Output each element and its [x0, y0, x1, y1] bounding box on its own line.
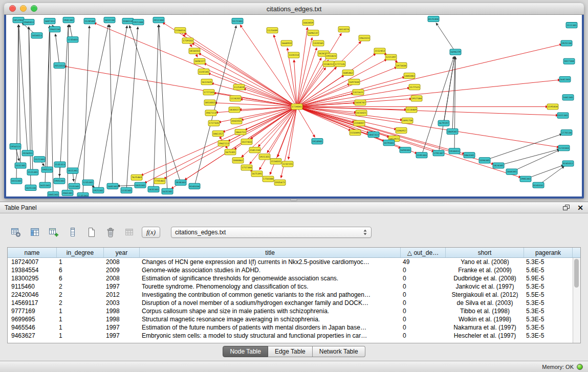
graph-node[interactable]: 1863711	[235, 129, 246, 135]
graph-node[interactable]: 1852902	[13, 17, 24, 23]
graph-node[interactable]: 1824345	[493, 163, 504, 168]
graph-node[interactable]: 1595343	[416, 152, 427, 158]
graph-node[interactable]: 1816033	[189, 48, 200, 54]
graph-node[interactable]: 1905343	[54, 178, 65, 184]
table-row[interactable]: 2242004622012Investigating the contribut…	[8, 291, 573, 299]
graph-node[interactable]: 1604742	[355, 100, 366, 105]
scrollbar-thumb[interactable]	[574, 259, 579, 288]
graph-node[interactable]: 1830027	[229, 107, 240, 113]
graph-node[interactable]: 9245012	[562, 161, 574, 166]
graph-node[interactable]: 1921344	[133, 19, 144, 25]
graph-node[interactable]: 1921355	[259, 154, 270, 160]
graph-node[interactable]: 1961023	[359, 35, 370, 41]
graph-node[interactable]: 1612635	[201, 79, 212, 85]
graph-node[interactable]: 1663459	[302, 20, 314, 26]
graph-node[interactable]: 1535313	[54, 162, 66, 167]
graph-node[interactable]: 1232155	[282, 161, 293, 167]
graph-node[interactable]: 1021341	[557, 113, 569, 118]
graph-node[interactable]: 1096957	[396, 127, 407, 133]
graph-node[interactable]: 1641343	[559, 77, 571, 82]
graph-node[interactable]: 1125439	[267, 28, 278, 33]
tab-network-table[interactable]: Network Table	[313, 346, 365, 357]
graph-node[interactable]: 1535345	[69, 183, 80, 189]
graph-node[interactable]: 1777143	[203, 90, 214, 95]
graph-node[interactable]: 2042055	[231, 118, 242, 124]
graph-node[interactable]: 5572343	[232, 18, 243, 24]
graph-node[interactable]: 1941342	[63, 17, 74, 23]
table-row[interactable]: 969969511998Structural magnetic resonanc…	[8, 315, 573, 323]
graph-node[interactable]: 1694279	[450, 49, 461, 55]
graph-node[interactable]: 1235345	[121, 187, 132, 193]
graph-node[interactable]: 2026051	[22, 150, 33, 156]
graph-node[interactable]: 2067113	[205, 110, 216, 116]
network-canvas[interactable]: 1724041220601417591021816033160612713201…	[6, 15, 582, 196]
graph-node[interactable]: 1869347	[447, 128, 458, 134]
graph-node[interactable]: 1528544	[84, 18, 95, 24]
graph-node[interactable]: 2060413	[23, 19, 34, 25]
graph-node[interactable]: 1425134	[25, 185, 36, 190]
graph-node[interactable]: 1777135	[334, 61, 345, 67]
graph-node[interactable]: 1079341	[383, 140, 395, 146]
graph-node[interactable]: 1655134	[104, 17, 115, 23]
graph-node[interactable]: 1320214	[288, 52, 299, 58]
graph-node[interactable]: 1606127	[194, 58, 205, 64]
close-window-button[interactable]	[9, 5, 16, 12]
graph-node[interactable]: 9245034	[189, 183, 200, 189]
graph-node[interactable]: 1962113	[218, 141, 229, 146]
graph-node[interactable]: 1221397	[385, 54, 397, 60]
graph-node[interactable]: 1577515	[409, 84, 420, 90]
graph-node[interactable]: 1031341	[15, 163, 26, 168]
float-panel-button[interactable]	[562, 204, 571, 212]
tab-node-table[interactable]: Node Table	[223, 346, 268, 357]
graph-node[interactable]: 1550493	[350, 129, 361, 135]
new-table-button[interactable]	[85, 226, 98, 239]
graph-node[interactable]: 1935672	[274, 180, 286, 185]
tab-edge-table[interactable]: Edge Table	[268, 346, 313, 357]
column-header-2[interactable]: year	[104, 248, 140, 257]
graph-node[interactable]: 1861357	[212, 130, 224, 136]
import-table-button[interactable]	[123, 226, 136, 239]
graph-node[interactable]: 1441345	[562, 95, 574, 100]
graph-node[interactable]: 1616421	[356, 110, 367, 116]
graph-node[interactable]: 1015343	[11, 178, 22, 184]
graph-node[interactable]: 1210343	[558, 145, 570, 151]
graph-node[interactable]: 1934413	[449, 148, 460, 154]
graph-node[interactable]: 1724041	[291, 104, 302, 110]
graph-node[interactable]: 2012344	[153, 17, 164, 23]
graph-node[interactable]: 1791347	[433, 150, 444, 156]
window-titlebar[interactable]: citations_edges.txt	[4, 3, 584, 15]
graph-node[interactable]: 1675391	[251, 171, 263, 177]
graph-node[interactable]: 1770134	[561, 129, 572, 135]
graph-node[interactable]: 1125419	[233, 84, 245, 90]
graph-node[interactable]: 1135343	[77, 192, 89, 196]
graph-node[interactable]: 9245032	[533, 182, 544, 188]
graph-node[interactable]: 1521343	[34, 157, 45, 162]
graph-node[interactable]: 1835341	[135, 182, 146, 188]
graph-node[interactable]: 1863341	[464, 152, 475, 158]
graph-node[interactable]: 1675301	[225, 149, 236, 155]
table-row[interactable]: 1456911722003Disruption of a novel membe…	[8, 299, 573, 307]
graph-node[interactable]: 1813074	[338, 27, 350, 32]
graph-node[interactable]: 1985343	[520, 176, 531, 182]
graph-node[interactable]: 1514469	[406, 107, 417, 113]
graph-node[interactable]: 1696137	[308, 30, 319, 36]
graph-node[interactable]: 1435343	[148, 186, 159, 192]
graph-node[interactable]: 1757344	[241, 165, 252, 170]
graph-node[interactable]: 1853002	[204, 100, 215, 105]
close-panel-button[interactable]: ✕	[577, 204, 583, 211]
graph-node[interactable]: 1905135	[41, 167, 53, 172]
graph-node[interactable]: 1925341	[93, 187, 104, 193]
graph-node[interactable]: 1485083	[404, 73, 415, 78]
graph-node[interactable]: 1815341	[67, 168, 78, 173]
graph-node[interactable]: 1827344	[563, 58, 575, 64]
graph-node[interactable]: 1685462	[342, 70, 354, 75]
table-row[interactable]: 911546021997Tourette syndrome. Phenomeno…	[8, 282, 573, 291]
function-builder-button[interactable]: f(x)	[142, 227, 160, 238]
graph-node[interactable]: 1845343	[48, 191, 59, 196]
table-settings-button[interactable]	[9, 226, 23, 239]
table-row[interactable]: 1938455462009Genome-wide association stu…	[8, 266, 573, 274]
column-header-6[interactable]: pagerank	[524, 248, 573, 257]
table-row[interactable]: 977716911998Corpus callosum shape and si…	[8, 307, 573, 315]
graph-node[interactable]: 1635341	[162, 188, 173, 194]
column-header-3[interactable]: title	[140, 248, 401, 257]
